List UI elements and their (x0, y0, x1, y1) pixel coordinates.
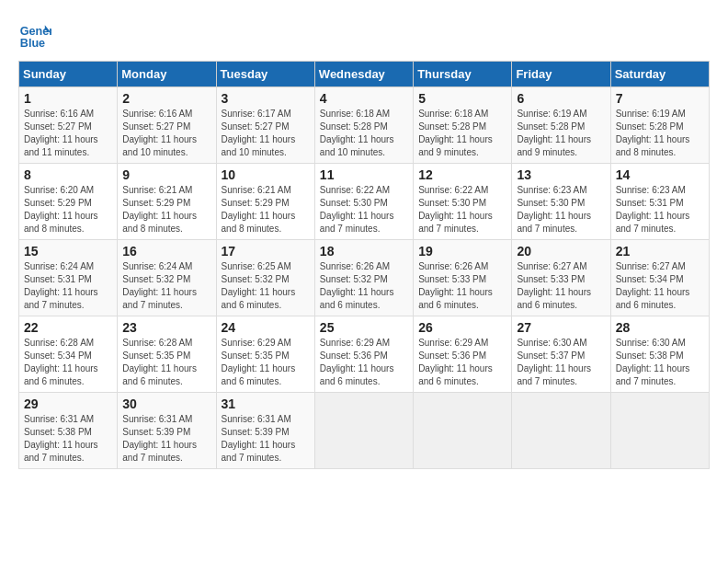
day-info: Sunrise: 6:31 AMSunset: 5:38 PMDaylight:… (24, 414, 98, 463)
page-header: General Blue (18, 18, 710, 52)
day-info: Sunrise: 6:30 AMSunset: 5:37 PMDaylight:… (517, 338, 591, 386)
day-number: 31 (222, 396, 310, 411)
day-info: Sunrise: 6:19 AMSunset: 5:28 PMDaylight:… (616, 109, 690, 157)
calendar-day-cell: 18 Sunrise: 6:26 AMSunset: 5:32 PMDaylig… (314, 240, 413, 316)
svg-text:Blue: Blue (20, 37, 45, 50)
weekday-header: Wednesday (314, 62, 413, 87)
day-number: 6 (517, 91, 605, 106)
day-info: Sunrise: 6:19 AMSunset: 5:28 PMDaylight:… (517, 109, 591, 157)
day-info: Sunrise: 6:21 AMSunset: 5:29 PMDaylight:… (222, 185, 296, 234)
calendar-day-cell: 5 Sunrise: 6:18 AMSunset: 5:28 PMDayligh… (414, 87, 512, 164)
logo: General Blue (18, 18, 57, 52)
weekday-header: Saturday (610, 62, 709, 87)
day-number: 1 (24, 91, 112, 106)
calendar-day-cell: 13 Sunrise: 6:23 AMSunset: 5:30 PMDaylig… (512, 164, 610, 240)
calendar-day-cell: 1 Sunrise: 6:16 AMSunset: 5:27 PMDayligh… (19, 87, 118, 164)
day-number: 3 (222, 91, 310, 106)
day-number: 9 (122, 167, 210, 182)
day-number: 24 (222, 320, 310, 335)
calendar-day-cell: 22 Sunrise: 6:28 AMSunset: 5:34 PMDaylig… (19, 316, 118, 393)
day-number: 20 (517, 244, 605, 259)
day-info: Sunrise: 6:30 AMSunset: 5:38 PMDaylight:… (616, 338, 690, 386)
calendar-day-cell: 2 Sunrise: 6:16 AMSunset: 5:27 PMDayligh… (118, 87, 216, 164)
calendar-day-cell (610, 393, 709, 469)
day-number: 26 (418, 320, 506, 335)
calendar-day-cell (512, 393, 610, 469)
day-info: Sunrise: 6:29 AMSunset: 5:36 PMDaylight:… (418, 338, 493, 386)
day-info: Sunrise: 6:29 AMSunset: 5:36 PMDaylight:… (320, 338, 394, 386)
day-info: Sunrise: 6:17 AMSunset: 5:27 PMDaylight:… (222, 109, 296, 157)
day-number: 21 (616, 244, 704, 259)
calendar-day-cell: 29 Sunrise: 6:31 AMSunset: 5:38 PMDaylig… (19, 393, 118, 469)
calendar-table: SundayMondayTuesdayWednesdayThursdayFrid… (18, 61, 710, 469)
calendar-day-cell: 6 Sunrise: 6:19 AMSunset: 5:28 PMDayligh… (512, 87, 610, 164)
calendar-day-cell: 14 Sunrise: 6:23 AMSunset: 5:31 PMDaylig… (610, 164, 709, 240)
calendar-day-cell: 11 Sunrise: 6:22 AMSunset: 5:30 PMDaylig… (314, 164, 413, 240)
logo-icon: General Blue (18, 18, 51, 52)
day-number: 7 (616, 91, 704, 106)
calendar-day-cell: 23 Sunrise: 6:28 AMSunset: 5:35 PMDaylig… (118, 316, 216, 393)
day-number: 29 (24, 396, 112, 411)
calendar-day-cell: 16 Sunrise: 6:24 AMSunset: 5:32 PMDaylig… (118, 240, 216, 316)
day-number: 11 (320, 167, 408, 182)
calendar-day-cell: 3 Sunrise: 6:17 AMSunset: 5:27 PMDayligh… (216, 87, 314, 164)
day-info: Sunrise: 6:25 AMSunset: 5:32 PMDaylight:… (222, 261, 296, 310)
day-number: 5 (418, 91, 506, 106)
day-info: Sunrise: 6:26 AMSunset: 5:32 PMDaylight:… (320, 261, 394, 310)
day-number: 16 (122, 244, 210, 259)
day-info: Sunrise: 6:22 AMSunset: 5:30 PMDaylight:… (320, 185, 394, 234)
day-number: 18 (320, 244, 408, 259)
calendar-day-cell: 8 Sunrise: 6:20 AMSunset: 5:29 PMDayligh… (19, 164, 118, 240)
day-number: 25 (320, 320, 408, 335)
day-info: Sunrise: 6:23 AMSunset: 5:30 PMDaylight:… (517, 185, 591, 234)
day-info: Sunrise: 6:28 AMSunset: 5:34 PMDaylight:… (24, 338, 98, 386)
day-number: 30 (122, 396, 210, 411)
calendar-day-cell: 26 Sunrise: 6:29 AMSunset: 5:36 PMDaylig… (414, 316, 512, 393)
day-info: Sunrise: 6:16 AMSunset: 5:27 PMDaylight:… (122, 109, 197, 157)
calendar-body: 1 Sunrise: 6:16 AMSunset: 5:27 PMDayligh… (19, 87, 710, 469)
calendar-day-cell: 19 Sunrise: 6:26 AMSunset: 5:33 PMDaylig… (414, 240, 512, 316)
calendar-day-cell: 20 Sunrise: 6:27 AMSunset: 5:33 PMDaylig… (512, 240, 610, 316)
day-info: Sunrise: 6:31 AMSunset: 5:39 PMDaylight:… (222, 414, 296, 463)
calendar-day-cell: 9 Sunrise: 6:21 AMSunset: 5:29 PMDayligh… (118, 164, 216, 240)
day-info: Sunrise: 6:18 AMSunset: 5:28 PMDaylight:… (418, 109, 493, 157)
calendar-day-cell: 24 Sunrise: 6:29 AMSunset: 5:35 PMDaylig… (216, 316, 314, 393)
day-info: Sunrise: 6:18 AMSunset: 5:28 PMDaylight:… (320, 109, 394, 157)
day-number: 2 (122, 91, 210, 106)
calendar-day-cell: 12 Sunrise: 6:22 AMSunset: 5:30 PMDaylig… (414, 164, 512, 240)
day-info: Sunrise: 6:24 AMSunset: 5:32 PMDaylight:… (122, 261, 197, 310)
calendar-day-cell: 15 Sunrise: 6:24 AMSunset: 5:31 PMDaylig… (19, 240, 118, 316)
day-number: 4 (320, 91, 408, 106)
weekday-header: Monday (118, 62, 216, 87)
day-number: 13 (517, 167, 605, 182)
calendar-week-row: 8 Sunrise: 6:20 AMSunset: 5:29 PMDayligh… (19, 164, 710, 240)
calendar-day-cell: 17 Sunrise: 6:25 AMSunset: 5:32 PMDaylig… (216, 240, 314, 316)
calendar-day-cell: 25 Sunrise: 6:29 AMSunset: 5:36 PMDaylig… (314, 316, 413, 393)
calendar-week-row: 22 Sunrise: 6:28 AMSunset: 5:34 PMDaylig… (19, 316, 710, 393)
calendar-day-cell: 30 Sunrise: 6:31 AMSunset: 5:39 PMDaylig… (118, 393, 216, 469)
day-info: Sunrise: 6:31 AMSunset: 5:39 PMDaylight:… (122, 414, 197, 463)
calendar-header: SundayMondayTuesdayWednesdayThursdayFrid… (19, 62, 710, 87)
calendar-day-cell: 10 Sunrise: 6:21 AMSunset: 5:29 PMDaylig… (216, 164, 314, 240)
day-info: Sunrise: 6:27 AMSunset: 5:33 PMDaylight:… (517, 261, 591, 310)
calendar-day-cell: 7 Sunrise: 6:19 AMSunset: 5:28 PMDayligh… (610, 87, 709, 164)
weekday-header: Tuesday (216, 62, 314, 87)
day-info: Sunrise: 6:16 AMSunset: 5:27 PMDaylight:… (24, 109, 98, 157)
day-number: 23 (122, 320, 210, 335)
calendar-week-row: 29 Sunrise: 6:31 AMSunset: 5:38 PMDaylig… (19, 393, 710, 469)
day-info: Sunrise: 6:22 AMSunset: 5:30 PMDaylight:… (418, 185, 493, 234)
calendar-day-cell: 27 Sunrise: 6:30 AMSunset: 5:37 PMDaylig… (512, 316, 610, 393)
day-info: Sunrise: 6:29 AMSunset: 5:35 PMDaylight:… (222, 338, 296, 386)
day-number: 28 (616, 320, 704, 335)
day-info: Sunrise: 6:24 AMSunset: 5:31 PMDaylight:… (24, 261, 98, 310)
day-number: 10 (222, 167, 310, 182)
day-number: 14 (616, 167, 704, 182)
calendar-day-cell (314, 393, 413, 469)
day-number: 22 (24, 320, 112, 335)
day-number: 12 (418, 167, 506, 182)
calendar-week-row: 15 Sunrise: 6:24 AMSunset: 5:31 PMDaylig… (19, 240, 710, 316)
calendar-day-cell: 21 Sunrise: 6:27 AMSunset: 5:34 PMDaylig… (610, 240, 709, 316)
day-info: Sunrise: 6:27 AMSunset: 5:34 PMDaylight:… (616, 261, 690, 310)
day-number: 8 (24, 167, 112, 182)
day-number: 27 (517, 320, 605, 335)
